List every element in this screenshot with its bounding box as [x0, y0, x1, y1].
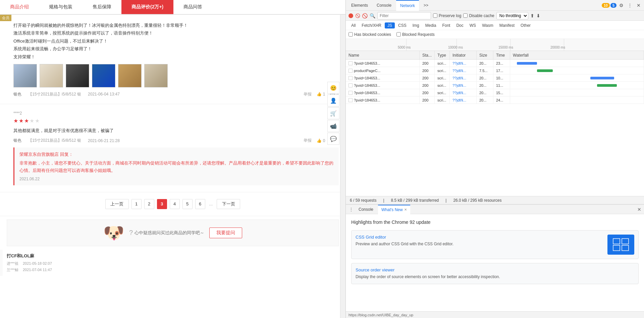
source-order-title[interactable]: Source order viewer — [356, 267, 634, 272]
disable-cache-check[interactable] — [463, 13, 468, 18]
prev-page-btn[interactable]: 上一页 — [105, 199, 129, 209]
has-blocked-cookies[interactable]: Has blocked cookies — [348, 32, 391, 37]
bottom-panel-close[interactable]: ✕ — [637, 207, 641, 212]
filter-ws[interactable]: WS — [467, 22, 479, 28]
col-size[interactable]: Size — [477, 51, 493, 59]
dt-settings-icon[interactable]: ⚙ — [617, 1, 625, 9]
dt-more-icon[interactable]: ⋮ — [626, 1, 634, 9]
col-status[interactable]: Sta... — [420, 51, 435, 59]
page-3-current[interactable]: 3 — [157, 199, 167, 209]
tab-reviews[interactable]: 商品评价(2万+) — [121, 0, 173, 14]
review2-like[interactable]: 👍 0 — [317, 138, 325, 143]
page-dots: ... — [208, 201, 214, 206]
bottom-tab-whatsnew[interactable]: What's New ✕ — [378, 205, 410, 214]
review1-color: 银色 — [13, 91, 21, 97]
float-emoji[interactable]: 😊 — [327, 82, 339, 94]
dt-tab-network[interactable]: Network — [396, 0, 419, 11]
upload-icon[interactable]: ⬆ — [530, 13, 534, 18]
cell-time-5: 15... — [493, 89, 510, 96]
bottom-menu-icon[interactable]: ⋮ — [348, 207, 354, 212]
preserve-log-check[interactable] — [433, 13, 437, 18]
filter-doc[interactable]: Doc — [453, 22, 466, 28]
review2-report[interactable]: 举报 — [304, 138, 312, 143]
float-video[interactable]: 📹 — [327, 120, 339, 132]
download-icon[interactable]: ⬇ — [536, 13, 540, 18]
review-img-6[interactable] — [144, 64, 168, 87]
dt-tab-more[interactable]: >> — [420, 0, 432, 11]
filter-wasm[interactable]: Wasm — [479, 22, 496, 28]
table-row[interactable]: productPageC... 200 scri... ??jdf/li... … — [346, 67, 644, 74]
page-6[interactable]: 6 — [195, 199, 205, 209]
filter-fetch-xhr[interactable]: Fetch/XHR — [359, 22, 384, 28]
tab-after-sales[interactable]: 售后保障 — [83, 0, 121, 14]
next-page-btn[interactable]: 下一页 — [217, 199, 240, 209]
filter-all[interactable]: All — [348, 22, 358, 28]
table-row[interactable]: ?pvid=184653... 200 scri... ??jdf/li... … — [346, 74, 644, 82]
cell-initiator-4: ??jdf/li... — [450, 82, 477, 89]
dt-tab-console[interactable]: Console — [373, 0, 395, 11]
col-initiator[interactable]: Initiator — [450, 51, 477, 59]
dt-tab-elements[interactable]: Elements — [347, 0, 372, 11]
review1-report[interactable]: 举报 — [304, 91, 312, 97]
throttling-dropdown[interactable]: No throttling — [496, 12, 528, 19]
cell-size-6: 20... — [477, 97, 493, 104]
review-img-2[interactable] — [40, 64, 63, 87]
table-row[interactable]: ?pvid=184653... 200 scri... ??jdf/li... … — [346, 97, 644, 104]
float-message[interactable]: 💬 — [327, 133, 339, 145]
clear-button[interactable]: 🚫 — [362, 13, 368, 18]
filter-css[interactable]: CSS — [395, 22, 409, 28]
record-button[interactable] — [348, 13, 353, 18]
col-time[interactable]: Time — [493, 51, 510, 59]
cell-name-6: ?pvid=184653... — [346, 97, 420, 104]
preserve-log-checkbox[interactable]: Preserve log — [433, 13, 461, 18]
ask-button[interactable]: 我要提问 — [209, 228, 242, 238]
dt-error-badge: 5 — [610, 3, 616, 8]
filter-font[interactable]: Font — [439, 22, 453, 28]
disable-cache-checkbox[interactable]: Disable cache — [463, 13, 494, 18]
review1-like[interactable]: 👍 1 — [317, 92, 325, 97]
row-indicator-6 — [348, 98, 353, 102]
float-cart[interactable]: 🛒 — [327, 107, 339, 119]
stop-button[interactable]: 🚫 — [355, 13, 360, 18]
whatsnew-tab-close[interactable]: ✕ — [404, 208, 407, 211]
filter-input[interactable] — [377, 12, 431, 19]
filter-media[interactable]: Media — [423, 22, 439, 28]
cell-waterfall-5 — [510, 89, 644, 96]
feature-content-source-order: Source order viewer Display the order of… — [356, 267, 634, 280]
filter-other[interactable]: Other — [518, 22, 533, 28]
tab-product-intro[interactable]: 商品介绍 — [0, 0, 39, 14]
filter-img[interactable]: Img — [410, 22, 422, 28]
devtools-toolbar: Elements Console Network >> 10 5 ⚙ ⋮ ✕ — [346, 0, 644, 11]
table-row[interactable]: ?pvid=184653... 200 scri... ??jdf/li... … — [346, 89, 644, 97]
col-name[interactable]: Name — [346, 51, 420, 59]
table-row[interactable]: ?pvid=184653... 200 scri... ??jdf/li... … — [346, 60, 644, 67]
css-grid-title[interactable]: CSS Grid editor — [356, 235, 603, 240]
jd-content: 会员 打开箱子的瞬间就被她的外观惊艳到了！冰河银的金属色特别漂亮，重量很轻！非常… — [0, 15, 345, 318]
filter-manifest[interactable]: Manifest — [497, 22, 517, 28]
bottom-tab-console[interactable]: Console — [355, 205, 377, 214]
page-5[interactable]: 5 — [182, 199, 193, 209]
tab-qa[interactable]: 商品问答 — [173, 0, 212, 14]
review-img-5[interactable] — [118, 64, 142, 87]
shop-reply-header: 荣耀京东自营旗舰店 回复： — [19, 151, 334, 157]
table-row[interactable]: ?pvid=184653... 200 scri... ??jdf/li... … — [346, 82, 644, 89]
cell-status-3: 200 — [420, 74, 435, 81]
tab-specs[interactable]: 规格与包装 — [39, 0, 83, 14]
blocked-requests[interactable]: Blocked Requests — [396, 32, 435, 37]
search-button[interactable]: 🔍 — [370, 13, 375, 18]
review-img-1[interactable] — [13, 64, 37, 87]
col-waterfall[interactable]: Waterfall — [510, 51, 644, 59]
main-scrollbar[interactable] — [340, 15, 345, 318]
float-person[interactable]: 👤 — [327, 94, 339, 107]
row-indicator-3 — [348, 76, 353, 80]
jd-panel: 商品介绍 规格与包装 售后保障 商品评价(2万+) 商品问答 会员 打开箱子的瞬… — [0, 0, 345, 318]
review-img-3[interactable] — [66, 64, 89, 87]
page-1[interactable]: 1 — [131, 199, 142, 209]
left-title-label: 打CF和LOL麻 — [7, 253, 339, 259]
page-2[interactable]: 2 — [144, 199, 154, 209]
filter-js[interactable]: JS — [385, 22, 395, 28]
review-img-4[interactable] — [92, 64, 115, 87]
dt-close-icon[interactable]: ✕ — [635, 1, 643, 9]
col-type[interactable]: Type — [435, 51, 450, 59]
page-4[interactable]: 4 — [170, 199, 180, 209]
